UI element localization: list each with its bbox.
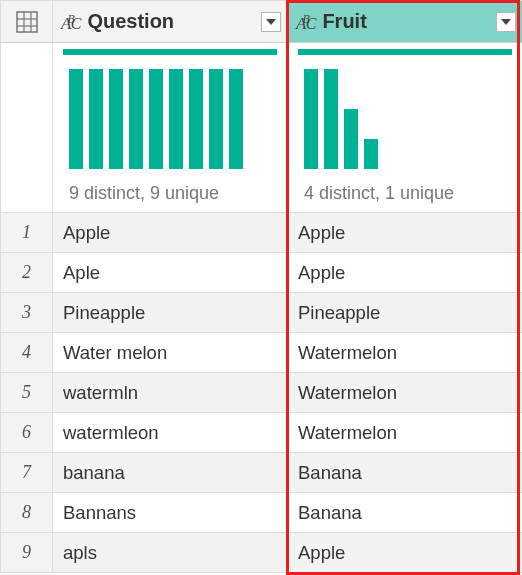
distribution-chart: [298, 69, 512, 169]
cell-question[interactable]: banana: [53, 453, 288, 493]
table-row[interactable]: 1AppleApple: [1, 213, 523, 253]
row-number[interactable]: 7: [1, 453, 53, 493]
row-number[interactable]: 5: [1, 373, 53, 413]
profile-caption: 9 distinct, 9 unique: [63, 183, 277, 204]
cell-fruit[interactable]: Pineapple: [288, 293, 523, 333]
column-filter-dropdown[interactable]: [261, 12, 281, 32]
table-row[interactable]: 7bananaBanana: [1, 453, 523, 493]
query-preview-grid: ABC Question ABC Fruit: [0, 0, 522, 575]
cell-question[interactable]: Water melon: [53, 333, 288, 373]
table-icon: [16, 11, 38, 33]
table-row[interactable]: 6watermleonWatermelon: [1, 413, 523, 453]
cell-fruit[interactable]: Watermelon: [288, 413, 523, 453]
profile-caption: 4 distinct, 1 unique: [298, 183, 512, 204]
distribution-bar: [189, 69, 203, 169]
cell-fruit[interactable]: Banana: [288, 453, 523, 493]
row-number[interactable]: 1: [1, 213, 53, 253]
distribution-bar: [129, 69, 143, 169]
table-row[interactable]: 4Water melonWatermelon: [1, 333, 523, 373]
header-row: ABC Question ABC Fruit: [1, 1, 523, 43]
profile-gutter: [1, 43, 53, 213]
row-number[interactable]: 6: [1, 413, 53, 453]
cell-question[interactable]: Aple: [53, 253, 288, 293]
quality-bar: [63, 49, 277, 55]
distribution-bar: [344, 109, 358, 169]
cell-fruit[interactable]: Banana: [288, 493, 523, 533]
cell-question[interactable]: Apple: [53, 213, 288, 253]
distribution-bar: [229, 69, 243, 169]
table-row[interactable]: 8BannansBanana: [1, 493, 523, 533]
row-number[interactable]: 2: [1, 253, 53, 293]
column-profile-row: 9 distinct, 9 unique 4 distinct, 1 uniqu…: [1, 43, 523, 213]
distribution-bar: [149, 69, 163, 169]
chevron-down-icon: [501, 19, 511, 25]
cell-question[interactable]: Bannans: [53, 493, 288, 533]
cell-fruit[interactable]: Apple: [288, 533, 523, 573]
column-name: Question: [87, 10, 255, 33]
distribution-bar: [364, 139, 378, 169]
row-number[interactable]: 8: [1, 493, 53, 533]
distribution-bar: [324, 69, 338, 169]
cell-fruit[interactable]: Watermelon: [288, 373, 523, 413]
cell-fruit[interactable]: Apple: [288, 253, 523, 293]
distribution-bar: [109, 69, 123, 169]
table-row[interactable]: 2ApleApple: [1, 253, 523, 293]
column-profile-question[interactable]: 9 distinct, 9 unique: [53, 43, 288, 213]
text-type-icon: ABC: [296, 12, 316, 32]
cell-question[interactable]: Pineapple: [53, 293, 288, 333]
row-number[interactable]: 3: [1, 293, 53, 333]
row-number[interactable]: 4: [1, 333, 53, 373]
distribution-chart: [63, 69, 277, 169]
cell-fruit[interactable]: Watermelon: [288, 333, 523, 373]
distribution-bar: [69, 69, 83, 169]
text-type-icon: ABC: [61, 12, 81, 32]
quality-bar: [298, 49, 512, 55]
distribution-bar: [89, 69, 103, 169]
distribution-bar: [169, 69, 183, 169]
row-number[interactable]: 9: [1, 533, 53, 573]
column-name: Fruit: [322, 10, 490, 33]
svg-rect-0: [17, 12, 37, 32]
cell-question[interactable]: apls: [53, 533, 288, 573]
chevron-down-icon: [266, 19, 276, 25]
cell-question[interactable]: watermln: [53, 373, 288, 413]
column-header-fruit[interactable]: ABC Fruit: [288, 1, 523, 43]
distribution-bar: [304, 69, 318, 169]
cell-fruit[interactable]: Apple: [288, 213, 523, 253]
column-header-question[interactable]: ABC Question: [53, 1, 288, 43]
distribution-bar: [209, 69, 223, 169]
column-filter-dropdown[interactable]: [496, 12, 516, 32]
select-all-corner[interactable]: [1, 1, 53, 43]
cell-question[interactable]: watermleon: [53, 413, 288, 453]
table-row[interactable]: 3PineapplePineapple: [1, 293, 523, 333]
table-row[interactable]: 5watermlnWatermelon: [1, 373, 523, 413]
table-row[interactable]: 9aplsApple: [1, 533, 523, 573]
data-table: ABC Question ABC Fruit: [0, 0, 522, 573]
column-profile-fruit[interactable]: 4 distinct, 1 unique: [288, 43, 523, 213]
